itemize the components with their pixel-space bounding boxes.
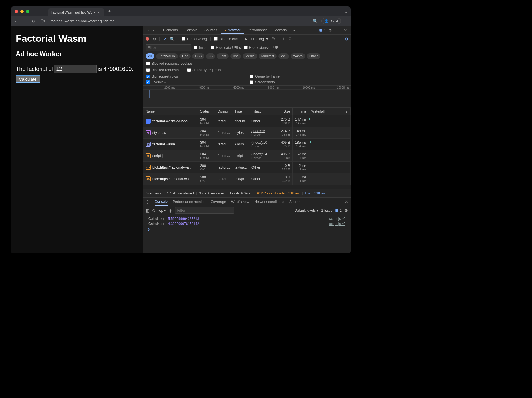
zoom-icon[interactable]: 🔍 <box>312 18 319 24</box>
hide-extension-urls-checkbox[interactable]: Hide extension URLs <box>244 46 282 50</box>
devtools-tab-sources[interactable]: Sources <box>201 27 221 34</box>
hide-data-urls-checkbox[interactable]: Hide data URLs <box>211 46 241 50</box>
invert-checkbox[interactable]: Invert <box>194 46 208 50</box>
network-settings-icon[interactable]: ⚙ <box>345 37 348 41</box>
file-name: script.js <box>152 154 164 158</box>
column-header-time[interactable]: Time <box>293 108 309 115</box>
console-settings-icon[interactable]: ⚙ <box>345 208 348 213</box>
settings-icon[interactable]: ⚙ <box>327 28 334 32</box>
download-icon[interactable]: ↧ <box>288 37 292 41</box>
network-conditions-icon[interactable]: ⦾ <box>272 36 275 41</box>
drawer-tab-search[interactable]: Search <box>289 198 301 205</box>
number-input[interactable] <box>54 65 97 73</box>
type-chip-img[interactable]: Img <box>230 53 241 59</box>
clear-console-icon[interactable]: ⊘ <box>152 208 156 213</box>
devtools-tab-network[interactable]: Network <box>221 27 244 34</box>
column-header-status[interactable]: Status <box>198 108 215 115</box>
drawer-tab-console[interactable]: Console <box>155 198 168 206</box>
column-header-size[interactable]: Size <box>274 108 293 115</box>
type-chip-wasm[interactable]: Wasm <box>291 53 305 59</box>
record-button[interactable] <box>146 37 149 41</box>
forward-button[interactable]: → <box>22 18 28 24</box>
network-row[interactable]: <>blob:https://factorial-wa...200OKfacto… <box>143 162 351 173</box>
close-devtools-icon[interactable]: ✕ <box>342 28 349 32</box>
device-toolbar-icon[interactable]: ▭ <box>151 28 158 32</box>
maximize-window-button[interactable] <box>26 10 29 13</box>
throttling-select[interactable]: No throttling ▾ <box>245 37 268 41</box>
type-chip-js[interactable]: JS <box>206 53 215 59</box>
group-by-frame-checkbox[interactable]: Group by frame <box>250 75 348 78</box>
devtools-tab-elements[interactable]: Elements <box>160 27 181 34</box>
url-text[interactable]: factorial-wasm-ad-hoc-worker.glitch.me <box>49 19 308 23</box>
type-chip-manifest[interactable]: Manifest <box>259 53 277 59</box>
network-row[interactable]: <>blob:https://factorial-wa...200OKfacto… <box>143 173 351 185</box>
filter-icon[interactable]: ⧩ <box>163 36 167 41</box>
browser-tab[interactable]: Factorial Wasm (ad hoc Work × <box>48 8 104 16</box>
inspect-icon[interactable]: ⟐ <box>145 28 151 32</box>
close-tab-icon[interactable]: × <box>97 10 100 15</box>
sidebar-toggle-icon[interactable]: ◧ <box>146 208 149 213</box>
profile-button[interactable]: 👤 Guest <box>321 18 341 24</box>
column-header-initiator[interactable]: Initiator <box>249 108 274 115</box>
reload-button[interactable]: ⟳ <box>31 18 37 24</box>
type-chip-css[interactable]: CSS <box>192 53 204 59</box>
column-header-domain[interactable]: Domain <box>215 108 232 115</box>
browser-menu-icon[interactable]: ⋮ <box>344 18 348 24</box>
log-source-link[interactable]: script.js:40 <box>329 222 345 226</box>
network-row[interactable]: ≡factorial-wasm-ad-hoc-...304Not M...fac… <box>143 115 351 127</box>
close-drawer-icon[interactable]: ✕ <box>345 200 348 204</box>
new-tab-button[interactable]: + <box>107 8 112 14</box>
overview-timeline[interactable]: 2000 ms4000 ms6000 ms8000 ms10000 ms1200… <box>143 86 351 108</box>
type-chip-ws[interactable]: WS <box>278 53 289 59</box>
log-levels-select[interactable]: Default levels ▾ <box>294 208 318 213</box>
network-row[interactable]: <>script.js304Not M...factori...script(i… <box>143 150 351 162</box>
back-button[interactable]: ← <box>13 18 19 24</box>
type-chip-other[interactable]: Other <box>307 53 320 59</box>
type-chip-font[interactable]: Font <box>217 53 229 59</box>
drawer-tab-what's-new[interactable]: What's new <box>231 198 249 205</box>
blocked-requests-checkbox[interactable]: Blocked requests <box>146 68 179 72</box>
column-header-waterfall[interactable]: Waterfall▴ <box>309 108 351 115</box>
overview-checkbox[interactable]: Overview <box>146 80 244 84</box>
screenshots-checkbox[interactable]: Screenshots <box>250 80 348 84</box>
type-chip-fetch-xhr[interactable]: Fetch/XHR <box>156 53 178 59</box>
drawer-tab-network-conditions[interactable]: Network conditions <box>254 198 284 205</box>
search-icon[interactable]: 🔍 <box>170 37 175 41</box>
filter-input[interactable] <box>146 44 191 51</box>
blocked-cookies-checkbox[interactable]: Blocked response cookies <box>146 62 192 65</box>
network-row[interactable]: ✎style.css304Not M...factori...styles...… <box>143 127 351 139</box>
log-source-link[interactable]: script.js:40 <box>329 217 345 221</box>
devtools-tab-console[interactable]: Console <box>181 27 201 34</box>
console-issues[interactable]: 1 Issue: 1 <box>321 209 342 213</box>
devtools-tab-memory[interactable]: Memory <box>271 27 290 34</box>
column-header-type[interactable]: Type <box>232 108 249 115</box>
live-expression-icon[interactable]: ◉ <box>169 208 172 213</box>
network-row[interactable]: ⬚factorial.wasm304Not M...factori...wasm… <box>143 139 351 150</box>
column-header-name[interactable]: Name <box>143 108 198 115</box>
drawer-tab-performance-monitor[interactable]: Performance monitor <box>173 198 206 205</box>
calculate-button[interactable]: Calculate <box>16 76 40 83</box>
issues-button[interactable]: 1 <box>319 28 326 32</box>
close-window-button[interactable] <box>15 10 18 13</box>
site-info-icon[interactable]: ⓘ≡ <box>40 18 47 24</box>
console-filter-input[interactable] <box>175 207 234 214</box>
context-select[interactable]: top ▾ <box>158 208 166 213</box>
big-rows-checkbox[interactable]: Big request rows <box>146 75 244 78</box>
disable-cache-checkbox[interactable]: Disable cache <box>214 37 242 41</box>
type-chip-all[interactable]: All <box>146 53 154 59</box>
drawer-tab-coverage[interactable]: Coverage <box>211 198 226 205</box>
console-prompt[interactable]: ❯ <box>146 226 348 231</box>
devtools-menu-icon[interactable]: ⋮ <box>334 28 341 32</box>
upload-icon[interactable]: ↥ <box>282 37 285 41</box>
minimize-window-button[interactable] <box>20 10 24 13</box>
third-party-checkbox[interactable]: 3rd-party requests <box>187 68 221 72</box>
clear-button[interactable]: ⊘ <box>153 37 156 41</box>
type-chip-doc[interactable]: Doc <box>179 53 191 59</box>
drawer-menu-icon[interactable]: ⋮ <box>146 200 150 204</box>
more-tabs-icon[interactable]: » <box>291 28 297 32</box>
summary-finish: Finish: 9.69 s <box>230 191 250 195</box>
devtools-tab-performance[interactable]: Performance <box>244 27 271 34</box>
chevron-down-icon[interactable]: ⌵ <box>344 9 348 14</box>
preserve-log-checkbox[interactable]: Preserve log <box>182 37 207 41</box>
type-chip-media[interactable]: Media <box>243 53 257 59</box>
